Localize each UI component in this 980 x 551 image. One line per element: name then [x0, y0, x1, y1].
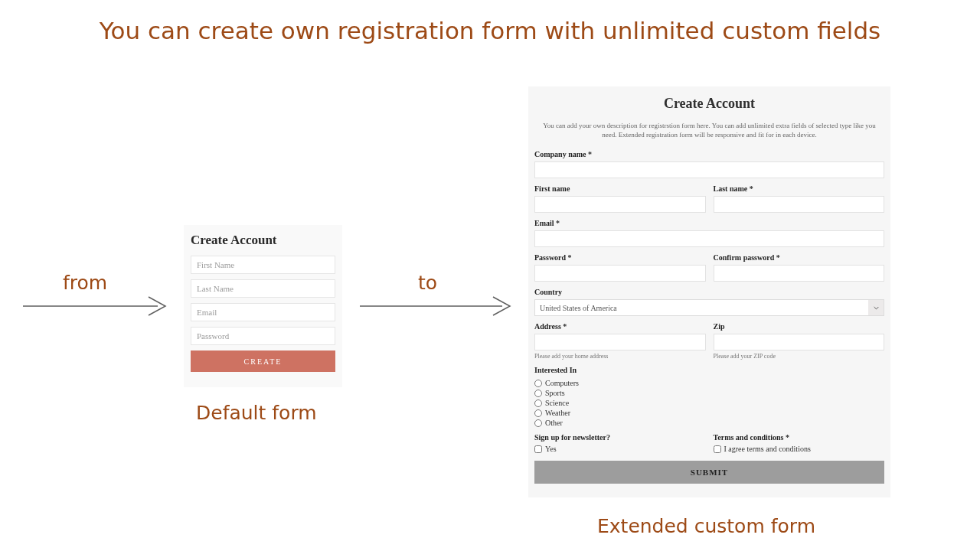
interest-option[interactable]: Sports	[534, 389, 884, 397]
zip-input[interactable]	[714, 334, 885, 350]
confirm-password-label: Confirm password *	[714, 253, 885, 262]
interest-label: Weather	[545, 409, 570, 417]
country-select[interactable]: United States of America	[534, 299, 884, 316]
interest-label: Other	[545, 419, 563, 427]
terms-option-label: I agree terms and conditions	[724, 445, 811, 453]
newsletter-label: Sign up for newsletter?	[534, 433, 706, 442]
country-value: United States of America	[540, 304, 617, 312]
first-name-input[interactable]	[191, 256, 335, 274]
address-input[interactable]	[534, 334, 706, 350]
terms-checkbox[interactable]: I agree terms and conditions	[714, 445, 885, 453]
ext-password-label: Password *	[534, 253, 706, 262]
newsletter-option-label: Yes	[545, 445, 557, 453]
ext-last-name-label: Last name *	[714, 184, 885, 193]
default-form-caption: Default form	[196, 402, 317, 424]
company-input[interactable]	[534, 161, 884, 178]
interest-label: Sports	[545, 389, 565, 397]
arrow-to-icon	[360, 292, 513, 321]
extended-form-caption: Extended custom form	[597, 515, 815, 537]
interest-label: Computers	[545, 379, 579, 387]
address-help: Please add your home address	[534, 353, 706, 360]
arrow-from-icon	[23, 292, 168, 321]
to-label: to	[418, 272, 437, 294]
default-form-card: Create Account CREATE	[184, 225, 342, 387]
default-form-title: Create Account	[191, 233, 335, 248]
confirm-password-input[interactable]	[714, 265, 885, 282]
chevron-down-icon	[868, 300, 884, 315]
ext-last-name-input[interactable]	[714, 196, 885, 213]
from-label: from	[63, 272, 107, 294]
page-headline: You can create own registration form wit…	[0, 17, 980, 44]
ext-email-input[interactable]	[534, 230, 884, 247]
zip-label: Zip	[714, 322, 885, 331]
extended-form-card: Create Account You can add your own desc…	[528, 86, 890, 497]
interest-label: Science	[545, 399, 569, 407]
interest-option[interactable]: Weather	[534, 409, 884, 417]
extended-form-description: You can add your own description for reg…	[534, 121, 884, 139]
newsletter-checkbox[interactable]: Yes	[534, 445, 706, 453]
interests-list: Computers Sports Science Weather Other	[534, 379, 884, 427]
interest-option[interactable]: Other	[534, 419, 884, 427]
country-label: Country	[534, 288, 884, 296]
extended-form-title: Create Account	[534, 96, 884, 112]
interest-option[interactable]: Computers	[534, 379, 884, 387]
interested-label: Interested In	[534, 366, 884, 374]
ext-first-name-label: First name	[534, 184, 706, 193]
interest-option[interactable]: Science	[534, 399, 884, 407]
ext-email-label: Email *	[534, 219, 884, 227]
submit-button[interactable]: SUBMIT	[534, 461, 884, 484]
terms-label: Terms and conditions *	[714, 433, 885, 442]
zip-help: Please add your ZIP code	[714, 353, 885, 360]
ext-password-input[interactable]	[534, 265, 706, 282]
password-input[interactable]	[191, 327, 335, 345]
ext-first-name-input[interactable]	[534, 196, 706, 213]
email-input[interactable]	[191, 303, 335, 321]
address-label: Address *	[534, 322, 706, 331]
company-label: Company name *	[534, 150, 884, 158]
last-name-input[interactable]	[191, 279, 335, 298]
create-button[interactable]: CREATE	[191, 350, 335, 372]
